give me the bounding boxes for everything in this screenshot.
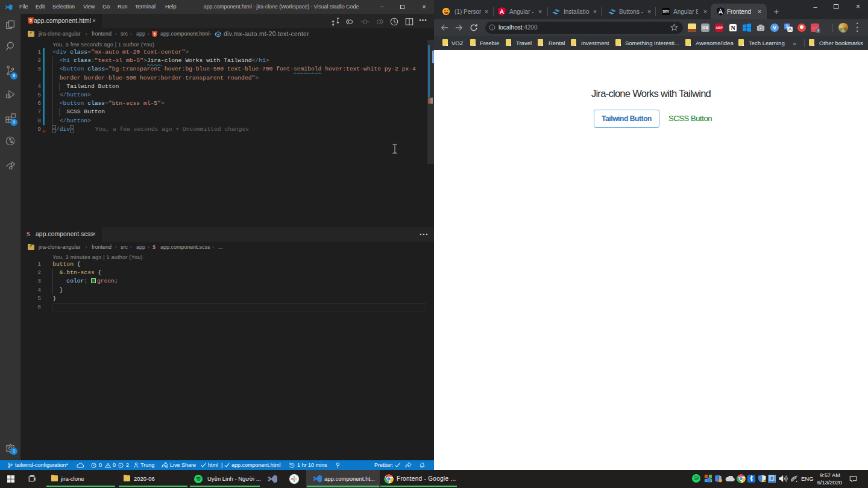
svg-text:A: A	[788, 27, 791, 32]
